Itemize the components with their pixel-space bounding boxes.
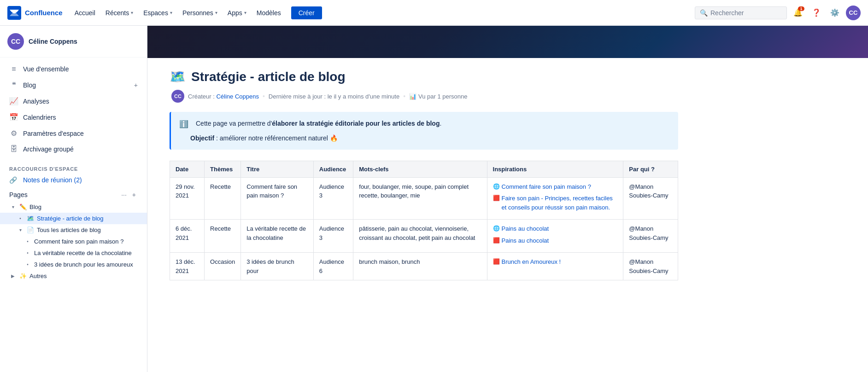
tree-item-blog[interactable]: ▾ ✏️ Blog	[0, 201, 147, 213]
sidebar-shortcut-notes[interactable]: 🔗 Notes de réunion (2)	[0, 174, 147, 186]
tree-item-strategie[interactable]: • 🗺️ Stratégie - article de blog	[0, 213, 147, 224]
tree-item-pain-maison[interactable]: • Comment faire son pain maison ?	[0, 236, 147, 247]
page-title: Stratégie - article de blog	[191, 70, 346, 84]
pages-actions: ··· +	[119, 190, 138, 199]
expand-icon: ▾	[9, 204, 17, 209]
archivage-icon: 🗄	[9, 145, 18, 153]
inspiration-link: 🟥 Pains au chocolat	[493, 236, 618, 245]
settings-button[interactable]: ⚙️	[827, 6, 842, 20]
search-icon: 🔍	[700, 9, 708, 17]
inspiration-link-3a[interactable]: Brunch en Amoureux !	[502, 257, 561, 267]
cell-date-2: 6 déc. 2021	[170, 220, 205, 253]
inspiration-link-1b[interactable]: Faire son pain - Principes, recettes fac…	[502, 194, 618, 212]
main-nav: Accueil Récents ▾ Espaces ▾ Personnes ▾ …	[70, 6, 286, 19]
chevron-down-icon: ▾	[244, 10, 246, 15]
analyses-icon: 📈	[9, 97, 18, 105]
views-section: 📊 Vu par 1 personne	[409, 93, 467, 100]
red-icon: 🟥	[493, 257, 500, 266]
calendriers-icon: 📅	[9, 113, 18, 122]
blog-icon: ❝	[9, 81, 18, 89]
cell-theme-3: Occasion	[205, 253, 241, 280]
nav-espaces[interactable]: Espaces ▾	[139, 6, 177, 19]
cell-inspirations-3: 🟥 Brunch en Amoureux !	[487, 253, 623, 280]
user-avatar[interactable]: CC	[846, 6, 861, 20]
sidebar-user-name: Céline Coppens	[29, 38, 77, 45]
cell-date-1: 29 nov. 2021	[170, 177, 205, 220]
search-box[interactable]: 🔍	[695, 6, 787, 19]
sidebar-item-blog[interactable]: ❝ Blog +	[0, 77, 147, 93]
nav-accueil[interactable]: Accueil	[70, 6, 100, 19]
cell-date-3: 13 déc. 2021	[170, 253, 205, 280]
inspiration-link-1a[interactable]: Comment faire son pain maison ?	[502, 182, 591, 192]
creator-label: Créateur : Céline Coppens	[188, 93, 259, 100]
logo-text: Confluence	[25, 9, 63, 17]
tree-item-autres[interactable]: ▶ ✨ Autres	[0, 270, 147, 282]
inspiration-link: 🌐 Pains au chocolat	[493, 224, 618, 233]
help-button[interactable]: ❓	[809, 6, 824, 20]
table-row: 13 déc. 2021 Occasion 3 idées de brunch …	[170, 253, 678, 280]
logo[interactable]: Confluence	[7, 6, 63, 20]
sidebar-item-archivage[interactable]: 🗄 Archivage groupé	[0, 141, 147, 157]
pages-add-button[interactable]: +	[130, 190, 138, 199]
cell-audience-3: Audience 6	[313, 253, 353, 280]
inspiration-link-2a[interactable]: Pains au chocolat	[502, 224, 549, 233]
table-row: 29 nov. 2021 Recette Comment faire son p…	[170, 177, 678, 220]
avatar: CC	[7, 33, 24, 50]
inspiration-link-2b[interactable]: Pains au chocolat	[502, 236, 549, 245]
nav-recents[interactable]: Récents ▾	[101, 6, 138, 19]
cell-audience-1: Audience 3	[313, 177, 353, 220]
page-body: 🗺️ Stratégie - article de blog CC Créate…	[147, 58, 700, 302]
nav-apps[interactable]: Apps ▾	[223, 6, 251, 19]
search-input[interactable]	[710, 9, 775, 17]
chevron-down-icon: ▾	[170, 10, 172, 15]
cell-title-1: Comment faire son pain maison ?	[241, 177, 314, 220]
chevron-down-icon: ▾	[215, 10, 217, 15]
add-blog-icon[interactable]: +	[134, 81, 138, 89]
inspiration-link: 🟥 Faire son pain - Principes, recettes f…	[493, 194, 618, 212]
expand-icon: ▶	[9, 273, 17, 279]
strategie-icon: 🗺️	[27, 215, 34, 222]
red-icon: 🟥	[493, 236, 500, 244]
chevron-down-icon: ▾	[131, 10, 133, 15]
cell-audience-2: Audience 3	[313, 220, 353, 253]
cell-inspirations-1: 🌐 Comment faire son pain maison ? 🟥 Fair…	[487, 177, 623, 220]
create-button[interactable]: Créer	[291, 6, 322, 19]
meta-separator-2: •	[403, 93, 405, 100]
tree-item-tous-articles[interactable]: ▾ 📄 Tous les articles de blog	[0, 224, 147, 236]
overview-icon: ≡	[9, 65, 18, 73]
cell-inspirations-2: 🌐 Pains au chocolat 🟥 Pains au chocolat	[487, 220, 623, 253]
nav-modeles[interactable]: Modèles	[252, 6, 286, 19]
nav-personnes[interactable]: Personnes ▾	[178, 6, 222, 19]
tree-item-brunch[interactable]: • 3 idées de brunch pour les amoureux	[0, 259, 147, 270]
tous-articles-icon: 📄	[27, 227, 34, 233]
sidebar-item-analyses[interactable]: 📈 Analyses	[0, 93, 147, 109]
col-par-qui: Par qui ?	[623, 161, 678, 177]
red-icon: 🟥	[493, 194, 500, 202]
sidebar-navigation: ≡ Vue d'ensemble ❝ Blog + 📈 Analyses 📅 C…	[0, 58, 147, 161]
tree-item-chocolatine[interactable]: • La véritable recette de la chocolatine	[0, 247, 147, 259]
inspiration-link: 🌐 Comment faire son pain maison ?	[493, 182, 618, 192]
info-objective: Objectif : améliorer notre référencement…	[179, 133, 670, 143]
notifications-button[interactable]: 🔔 1	[791, 6, 805, 20]
sidebar-item-calendriers[interactable]: 📅 Calendriers	[0, 109, 147, 125]
info-bold-text: élaborer la stratégie éditoriale pour le…	[272, 120, 440, 127]
main-content: 🗺️ Stratégie - article de blog CC Créate…	[147, 26, 868, 372]
pages-more-button[interactable]: ···	[119, 190, 129, 199]
sidebar: CC Céline Coppens ≡ Vue d'ensemble ❝ Blo…	[0, 26, 147, 372]
author-avatar[interactable]: CC	[171, 90, 184, 103]
page-title-icon: 🗺️	[170, 69, 186, 84]
col-mots-clefs: Mots-clefs	[353, 161, 487, 177]
col-audience: Audience	[313, 161, 353, 177]
sidebar-user-section: CC Céline Coppens	[0, 26, 147, 58]
notification-badge: 1	[798, 6, 804, 11]
creator-link[interactable]: Céline Coppens	[216, 93, 259, 100]
sidebar-item-parametres[interactable]: ⚙ Paramètres d'espace	[0, 125, 147, 141]
table-row: 6 déc. 2021 Recette La véritable recette…	[170, 220, 678, 253]
info-text: Cette page va permettre d'élaborer la st…	[196, 118, 441, 128]
sidebar-item-overview[interactable]: ≡ Vue d'ensemble	[0, 61, 147, 77]
content-table: Date Thèmes Titre Audience Mots-clefs In…	[170, 161, 678, 281]
views-icon: 📊	[409, 93, 416, 100]
expand-icon: •	[24, 262, 31, 267]
globe-icon: 🌐	[493, 224, 500, 232]
sidebar-section-raccourcis: RACCOURCIS D'ESPACE	[0, 161, 147, 174]
